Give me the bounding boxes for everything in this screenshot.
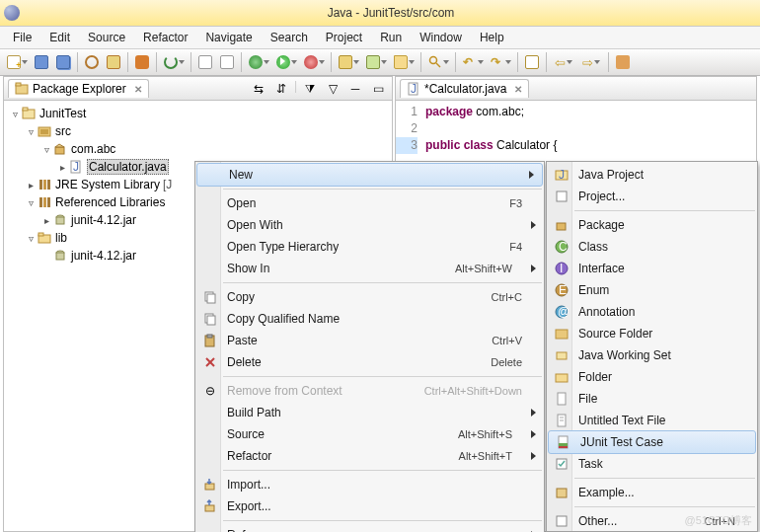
menu-file[interactable]: File — [4, 29, 40, 46]
project-icon — [551, 190, 572, 203]
text-file-icon — [551, 414, 572, 427]
menu-build-path[interactable]: Build Path — [195, 402, 544, 423]
close-tab-icon[interactable]: ✕ — [134, 84, 142, 95]
menu-delete[interactable]: DeleteDelete — [195, 351, 544, 373]
editor-tab[interactable]: J *Calculator.java ✕ — [400, 79, 529, 98]
new-interface[interactable]: IInterface — [547, 258, 757, 279]
menu-search[interactable]: Search — [262, 29, 317, 46]
new-annotation[interactable]: @Annotation — [547, 301, 757, 323]
menu-run[interactable]: Run — [371, 29, 411, 46]
menu-refactor[interactable]: RefactorAlt+Shift+T — [195, 445, 544, 467]
maximize-icon[interactable]: ▭ — [368, 79, 388, 99]
menu-show-in[interactable]: Show InAlt+Shift+W — [195, 258, 544, 279]
menu-references[interactable]: References — [195, 524, 544, 532]
tree-package[interactable]: ▿com.abc — [6, 140, 390, 158]
svg-rect-23 — [56, 253, 64, 260]
svg-rect-60 — [557, 516, 567, 526]
new-package-button[interactable] — [336, 52, 361, 72]
view-menu-icon[interactable]: ▽ — [323, 79, 342, 99]
new-class-button[interactable] — [363, 52, 389, 72]
svg-rect-5 — [23, 108, 28, 111]
menu-copy[interactable]: CopyCtrl+C — [195, 286, 544, 308]
new-package[interactable]: Package — [547, 214, 757, 236]
new-java-project[interactable]: JJava Project — [547, 164, 757, 186]
new-folder[interactable]: Folder — [547, 366, 757, 388]
interface-icon: I — [551, 262, 572, 275]
new-project[interactable]: Project... — [547, 186, 757, 207]
save-all-button[interactable] — [53, 52, 73, 72]
svg-text:@: @ — [558, 305, 569, 319]
toolbar-btn[interactable] — [217, 52, 237, 72]
new-file[interactable]: File — [547, 388, 757, 410]
menu-navigate[interactable]: Navigate — [196, 29, 261, 46]
pin-button[interactable] — [613, 52, 633, 72]
menu-source[interactable]: Source — [79, 29, 134, 46]
svg-rect-17 — [47, 197, 50, 207]
menu-bar[interactable]: File Edit Source Refactor Navigate Searc… — [0, 27, 760, 48]
code-editor[interactable]: 1 2 3 package com.abc; public class Calc… — [396, 101, 756, 154]
save-button[interactable] — [32, 52, 51, 72]
toolbar-btn[interactable] — [195, 52, 215, 72]
menu-source[interactable]: SourceAlt+Shift+S — [195, 423, 544, 445]
menu-window[interactable]: Window — [411, 29, 471, 46]
menu-open[interactable]: OpenF3 — [195, 192, 544, 214]
link-editor-icon[interactable]: ⇵ — [271, 79, 291, 99]
minimize-icon[interactable]: ─ — [345, 79, 365, 99]
toolbar-btn[interactable] — [104, 52, 123, 72]
menu-export[interactable]: Export... — [195, 495, 544, 517]
code-area[interactable]: package com.abc; public class Calculator… — [425, 101, 557, 154]
menu-import[interactable]: Import... — [195, 474, 544, 495]
new-source-folder[interactable]: Source Folder — [547, 323, 757, 344]
new-junit-test-case[interactable]: JUnit Test Case — [548, 430, 756, 454]
window-title: Java - JunitTest/src/com — [26, 6, 756, 20]
new-button[interactable]: + — [4, 52, 30, 72]
run-ext-button[interactable] — [301, 52, 327, 72]
menu-open-type-hierarchy[interactable]: Open Type HierarchyF4 — [195, 236, 544, 258]
debug-button[interactable] — [246, 52, 271, 72]
toolbar-btn[interactable] — [132, 52, 152, 72]
filter-icon[interactable]: ⧩ — [300, 79, 320, 99]
new-submenu[interactable]: JJava Project Project... Package CClass … — [546, 161, 758, 532]
menu-refactor[interactable]: Refactor — [134, 29, 196, 46]
menu-copy-qualified[interactable]: Copy Qualified Name — [195, 308, 544, 330]
tree-src[interactable]: ▿src — [6, 122, 390, 140]
toolbar-btn[interactable] — [82, 52, 102, 72]
collapse-all-icon[interactable]: ⇆ — [249, 79, 268, 99]
new-example[interactable]: Example... — [547, 482, 757, 503]
new-enum[interactable]: EEnum — [547, 279, 757, 301]
refresh-button[interactable] — [161, 52, 187, 72]
menu-new[interactable]: New — [196, 163, 543, 187]
svg-rect-16 — [43, 197, 46, 207]
new-class[interactable]: CClass — [547, 236, 757, 258]
close-tab-icon[interactable]: ✕ — [514, 84, 522, 95]
svg-rect-19 — [56, 217, 64, 224]
new-untitled-file[interactable]: Untitled Text File — [547, 410, 757, 431]
java-file-icon: J — [407, 82, 420, 96]
menu-project[interactable]: Project — [317, 29, 371, 46]
toolbar-btn[interactable] — [522, 52, 542, 72]
new-working-set[interactable]: Java Working Set — [547, 344, 757, 366]
svg-text:C: C — [559, 240, 568, 254]
package-explorer-tab[interactable]: Package Explorer ✕ — [8, 79, 149, 98]
context-menu[interactable]: New OpenF3 Open With Open Type Hierarchy… — [194, 161, 545, 532]
menu-open-with[interactable]: Open With — [195, 214, 544, 236]
menu-edit[interactable]: Edit — [40, 29, 79, 46]
menu-help[interactable]: Help — [471, 29, 513, 46]
forward-button[interactable]: ⇨ — [578, 52, 604, 72]
back-button[interactable]: ⇦ — [551, 52, 576, 72]
copy-icon — [199, 312, 221, 326]
tree-project[interactable]: ▿JunitTest — [6, 105, 390, 122]
search-button[interactable] — [425, 52, 451, 72]
example-icon — [551, 486, 572, 499]
junit-icon — [553, 435, 574, 449]
svg-line-1 — [436, 63, 440, 67]
svg-rect-49 — [557, 352, 567, 359]
nav-prev-button[interactable]: ↶ — [460, 52, 486, 72]
svg-rect-12 — [39, 180, 42, 190]
nav-next-button[interactable]: ↷ — [488, 52, 513, 72]
folder-icon — [551, 370, 572, 384]
new-folder-button[interactable] — [391, 52, 417, 72]
run-button[interactable] — [273, 52, 299, 72]
menu-paste[interactable]: PasteCtrl+V — [195, 330, 544, 351]
new-task[interactable]: Task — [547, 453, 757, 475]
